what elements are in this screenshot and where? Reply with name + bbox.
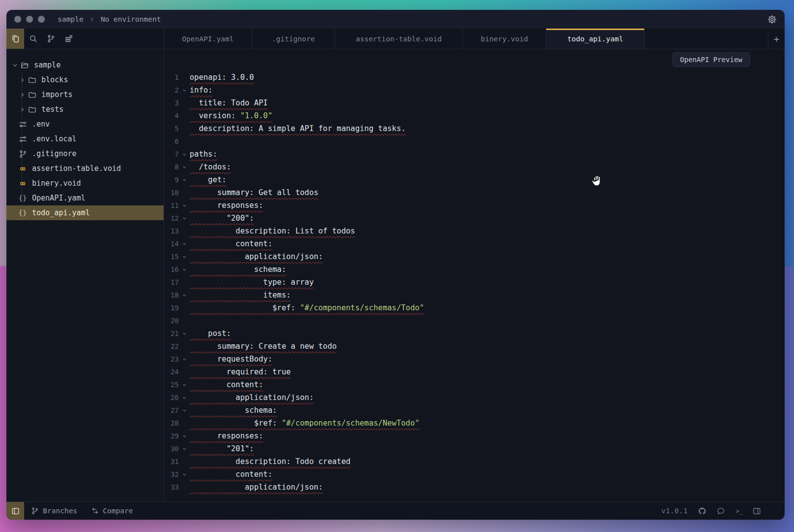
code-line-11[interactable]: 11 responses:: [164, 199, 785, 212]
line-number: 10: [164, 189, 179, 197]
workspace-name[interactable]: sample: [58, 15, 83, 23]
sidebar-item-tests[interactable]: tests: [6, 102, 164, 117]
code-line-14[interactable]: 14 content:: [164, 237, 785, 250]
chevron-right-icon[interactable]: [20, 107, 28, 112]
fold-chevron-icon[interactable]: [179, 255, 190, 259]
line-number: 20: [164, 317, 179, 325]
code-line-4[interactable]: 4 version: "1.0.0": [164, 109, 785, 122]
tab-assertion-table-void[interactable]: assertion-table.void: [335, 29, 463, 49]
code-line-23[interactable]: 23 requestBody:: [164, 353, 785, 366]
code-line-27[interactable]: 27 schema:: [164, 404, 785, 417]
compare-button[interactable]: Compare: [84, 502, 140, 520]
code-line-30[interactable]: 30 "201":: [164, 442, 785, 455]
sidebar-item-sample[interactable]: sample: [6, 58, 164, 72]
fold-chevron-icon[interactable]: [179, 332, 190, 336]
terminal-icon[interactable]: >_: [735, 507, 742, 515]
chevron-right-icon[interactable]: [20, 92, 28, 98]
code-line-12[interactable]: 12 "200":: [164, 212, 785, 225]
toggle-sidebar-button[interactable]: [6, 502, 24, 520]
tab-todo-api-yaml[interactable]: todo_api.yaml: [546, 29, 645, 49]
feedback-chat-icon[interactable]: [717, 507, 725, 515]
code-line-31[interactable]: 31 description: Todo created: [164, 455, 785, 468]
maximize-window-button[interactable]: [38, 16, 45, 23]
code-line-9[interactable]: 9 get:: [164, 173, 785, 186]
code-line-13[interactable]: 13 description: List of todos: [164, 225, 785, 237]
code-line-15[interactable]: 15 application/json:: [164, 250, 785, 263]
code-text: $ref: "#/components/schemas/NewTodo": [190, 419, 420, 428]
code-line-33[interactable]: 33 application/json:: [164, 481, 785, 494]
environment-selector[interactable]: No environment: [100, 15, 161, 23]
code-editor[interactable]: OpenAPI Preview 1openapi: 3.0.02info:3 t…: [164, 49, 785, 501]
sidebar-item-blocks[interactable]: blocks: [6, 72, 164, 87]
code-line-32[interactable]: 32 content:: [164, 468, 785, 481]
fold-chevron-icon[interactable]: [179, 203, 190, 208]
line-number: 26: [164, 394, 179, 401]
fold-chevron-icon[interactable]: [179, 242, 190, 246]
panel-right-icon[interactable]: [753, 507, 761, 515]
code-line-25[interactable]: 25 content:: [164, 378, 785, 391]
blocks-toolbar-button[interactable]: [60, 29, 77, 49]
branches-button[interactable]: Branches: [24, 502, 84, 520]
gear-icon[interactable]: [767, 15, 777, 24]
fold-chevron-icon[interactable]: [179, 472, 190, 477]
fold-chevron-icon[interactable]: [179, 396, 190, 400]
code-line-24[interactable]: 24 required: true: [164, 366, 785, 378]
code-line-28[interactable]: 28 $ref: "#/components/schemas/NewTodo": [164, 417, 785, 430]
code-line-18[interactable]: 18 items:: [164, 289, 785, 301]
file-label: .gitignore: [32, 149, 76, 158]
sidebar-item-binery-void[interactable]: ∞binery.void: [6, 176, 164, 191]
fold-chevron-icon[interactable]: [179, 267, 190, 272]
fold-chevron-icon[interactable]: [179, 357, 190, 362]
tab--gitignore[interactable]: .gitignore: [252, 29, 335, 49]
sidebar-item-todo-api-yaml[interactable]: {}todo_api.yaml: [6, 205, 164, 220]
sidebar-item--env[interactable]: .env: [6, 117, 164, 132]
new-tab-button[interactable]: +: [768, 29, 785, 49]
code-line-29[interactable]: 29 responses:: [164, 430, 785, 442]
chevron-right-icon[interactable]: [20, 77, 28, 83]
sidebar-item-openapi-yaml[interactable]: {}OpenAPI.yaml: [6, 191, 164, 205]
code-line-26[interactable]: 26 application/json:: [164, 391, 785, 404]
traffic-lights: [14, 16, 45, 23]
code-line-2[interactable]: 2info:: [164, 84, 785, 97]
chevron-down-icon[interactable]: [12, 63, 20, 68]
code-line-7[interactable]: 7paths:: [164, 148, 785, 161]
tab-binery-void[interactable]: binery.void: [463, 29, 546, 49]
code-line-17[interactable]: 17 type: array: [164, 276, 785, 289]
code-line-10[interactable]: 10 summary: Get all todos: [164, 186, 785, 199]
close-window-button[interactable]: [14, 16, 21, 23]
code-line-5[interactable]: 5 description: A simple API for managing…: [164, 122, 785, 135]
code-line-6[interactable]: 6: [164, 135, 785, 148]
code-line-8[interactable]: 8 /todos:: [164, 161, 785, 173]
fold-chevron-icon[interactable]: [179, 88, 190, 93]
github-icon[interactable]: [698, 507, 706, 515]
fold-chevron-icon[interactable]: [179, 216, 190, 221]
fold-chevron-icon[interactable]: [179, 293, 190, 298]
code-text: schema:: [190, 265, 286, 274]
fold-chevron-icon[interactable]: [179, 165, 190, 169]
code-line-22[interactable]: 22 summary: Create a new todo: [164, 340, 785, 353]
search-toolbar-button[interactable]: [24, 29, 42, 49]
minimize-window-button[interactable]: [26, 16, 33, 23]
sidebar-item--env-local[interactable]: .env.local: [6, 132, 164, 146]
code-line-3[interactable]: 3 title: Todo API: [164, 97, 785, 109]
fold-chevron-icon[interactable]: [179, 447, 190, 451]
git-branch-toolbar-button[interactable]: [42, 29, 60, 49]
sidebar-item-assertion-table-void[interactable]: ∞assertion-table.void: [6, 161, 164, 176]
fold-chevron-icon[interactable]: [179, 152, 190, 157]
line-number: 14: [164, 240, 179, 248]
fold-chevron-icon[interactable]: [179, 178, 190, 182]
tab-openapi-yaml[interactable]: OpenAPI.yaml: [164, 29, 252, 49]
fold-chevron-icon[interactable]: [179, 408, 190, 413]
code-line-1[interactable]: 1openapi: 3.0.0: [164, 71, 785, 84]
code-line-21[interactable]: 21 post:: [164, 327, 785, 340]
files-toolbar-button[interactable]: [6, 29, 24, 49]
code-line-19[interactable]: 19 $ref: "#/components/schemas/Todo": [164, 301, 785, 314]
code-line-16[interactable]: 16 schema:: [164, 263, 785, 276]
openapi-preview-button[interactable]: OpenAPI Preview: [672, 52, 750, 67]
sidebar-item-imports[interactable]: imports: [6, 87, 164, 102]
code-line-20[interactable]: 20: [164, 314, 785, 327]
line-number: 33: [164, 483, 179, 491]
sidebar-item--gitignore[interactable]: .gitignore: [6, 146, 164, 161]
fold-chevron-icon[interactable]: [179, 383, 190, 387]
fold-chevron-icon[interactable]: [179, 434, 190, 438]
